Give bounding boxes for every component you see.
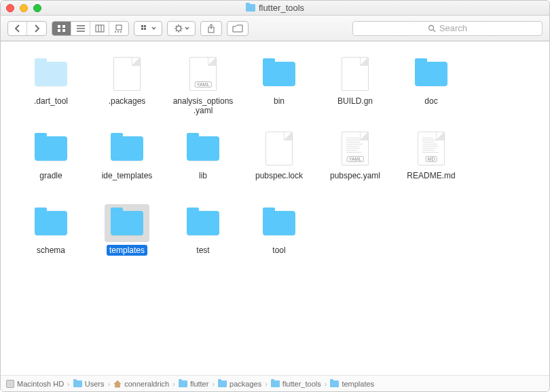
svg-line-26 xyxy=(180,25,181,26)
file-label: doc xyxy=(422,96,440,106)
view-mode-buttons xyxy=(52,21,129,36)
file-item[interactable]: YAMLpubspec.yaml xyxy=(317,128,393,203)
file-label: gradle xyxy=(37,170,65,181)
svg-line-24 xyxy=(180,30,181,31)
forward-button[interactable] xyxy=(27,22,46,35)
file-item[interactable]: schema xyxy=(13,203,89,277)
file-item[interactable]: .packages xyxy=(89,54,165,128)
close-icon[interactable] xyxy=(6,4,14,12)
minimize-icon[interactable] xyxy=(20,4,28,12)
toolbar: Search xyxy=(1,16,549,41)
file-icon: MD xyxy=(418,132,445,165)
folder-icon xyxy=(35,211,67,235)
list-view-button[interactable] xyxy=(71,22,90,35)
path-segment[interactable]: templates xyxy=(330,380,374,388)
file-item[interactable]: templates xyxy=(89,203,165,277)
nav-buttons xyxy=(7,21,47,36)
folder-icon xyxy=(35,136,67,161)
file-item[interactable]: ide_templates xyxy=(89,128,165,203)
file-icon: YAML xyxy=(189,57,217,91)
group-by-button[interactable] xyxy=(134,21,162,36)
svg-rect-15 xyxy=(144,25,146,27)
file-item[interactable]: YAMLanalysis_options.yaml xyxy=(165,54,241,128)
file-item[interactable]: gradle xyxy=(13,128,89,203)
file-label: templates xyxy=(107,245,147,256)
file-item[interactable]: test xyxy=(165,203,241,277)
svg-line-25 xyxy=(175,30,176,31)
share-button[interactable] xyxy=(200,21,222,36)
svg-rect-17 xyxy=(144,28,146,30)
folder-icon xyxy=(187,136,219,161)
folder-icon xyxy=(35,62,67,86)
window-title-text: flutter_tools xyxy=(259,3,304,13)
search-input[interactable]: Search xyxy=(352,21,543,36)
file-item[interactable]: .dart_tool xyxy=(13,54,89,128)
folder-icon xyxy=(330,380,339,387)
disk-icon xyxy=(6,380,14,388)
file-icon xyxy=(342,57,369,91)
folder-icon xyxy=(415,62,447,86)
file-label: pubspec.lock xyxy=(253,170,306,181)
file-item[interactable]: MDREADME.md xyxy=(393,128,469,203)
file-item[interactable]: bin xyxy=(241,54,317,128)
path-label: templates xyxy=(342,380,374,388)
svg-rect-1 xyxy=(62,25,65,28)
file-item[interactable]: doc xyxy=(393,54,469,128)
chevron-right-icon: › xyxy=(172,380,175,388)
zoom-icon[interactable] xyxy=(33,4,41,12)
folder-icon xyxy=(263,211,295,235)
folder-icon xyxy=(271,380,280,387)
file-label: test xyxy=(194,245,212,256)
path-segment[interactable]: flutter xyxy=(179,380,209,388)
svg-rect-7 xyxy=(96,25,104,32)
file-item[interactable]: lib xyxy=(165,128,241,203)
action-button[interactable] xyxy=(167,21,196,36)
svg-point-18 xyxy=(176,26,181,31)
back-button[interactable] xyxy=(8,22,27,35)
file-label: tool xyxy=(270,245,288,256)
tags-button[interactable] xyxy=(227,21,249,36)
folder-icon xyxy=(73,380,82,387)
titlebar[interactable]: flutter_tools xyxy=(1,1,549,16)
file-label: lib xyxy=(196,170,210,181)
file-item[interactable]: tool xyxy=(241,203,317,277)
file-label: .dart_tool xyxy=(31,96,71,106)
gallery-view-button[interactable] xyxy=(109,22,128,35)
file-item[interactable]: BUILD.gn xyxy=(317,54,393,128)
path-segment[interactable]: Macintosh HD xyxy=(6,380,64,388)
column-view-button[interactable] xyxy=(90,22,109,35)
chevron-right-icon: › xyxy=(325,380,327,388)
file-icon xyxy=(265,132,293,165)
svg-point-29 xyxy=(428,25,433,30)
svg-rect-2 xyxy=(58,29,60,32)
traffic-lights xyxy=(6,4,41,12)
chevron-right-icon: › xyxy=(212,380,215,388)
folder-icon xyxy=(111,136,143,161)
file-label: README.md xyxy=(404,170,458,181)
folder-icon xyxy=(246,4,255,12)
file-label: BUILD.gn xyxy=(335,96,375,106)
path-label: packages xyxy=(230,380,261,388)
folder-icon xyxy=(263,62,295,86)
file-label: analysis_options.yaml xyxy=(169,96,237,116)
path-label: Macintosh HD xyxy=(17,380,64,388)
svg-line-30 xyxy=(433,30,435,32)
folder-icon xyxy=(218,380,227,387)
folder-icon xyxy=(179,380,187,387)
path-segment[interactable]: conneraldrich xyxy=(113,380,169,388)
svg-rect-16 xyxy=(141,28,143,30)
search-icon xyxy=(428,24,436,33)
file-browser[interactable]: .dart_tool.packagesYAMLanalysis_options.… xyxy=(1,41,549,375)
icon-view-button[interactable] xyxy=(52,22,71,35)
search-placeholder: Search xyxy=(439,23,467,33)
path-segment[interactable]: packages xyxy=(218,380,261,388)
file-icon: YAML xyxy=(342,132,369,165)
path-label: Users xyxy=(85,380,105,388)
chevron-right-icon: › xyxy=(67,380,70,388)
svg-rect-3 xyxy=(62,29,65,32)
path-segment[interactable]: flutter_tools xyxy=(271,380,321,388)
path-segment[interactable]: Users xyxy=(73,380,105,388)
file-item[interactable]: pubspec.lock xyxy=(241,128,317,203)
file-label: pubspec.yaml xyxy=(327,170,383,181)
path-label: flutter xyxy=(190,380,209,388)
